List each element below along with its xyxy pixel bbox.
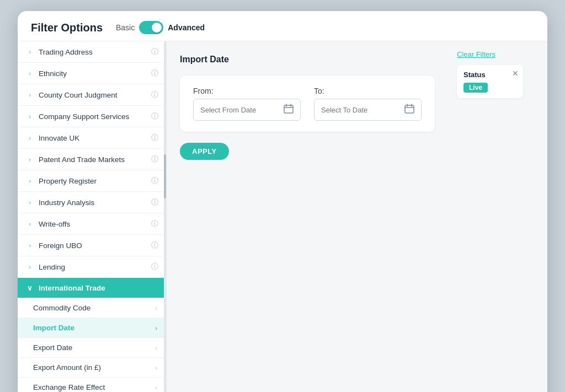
chevron-right-icon: ›	[25, 176, 34, 185]
from-date-input-wrapper[interactable]	[193, 99, 301, 121]
sidebar-item-ethnicity[interactable]: › Ethnicity ⓘ	[18, 63, 166, 84]
sub-item-exchange-rate[interactable]: Exchange Rate Effect ›	[18, 378, 166, 392]
toggle-basic-label: Basic	[116, 23, 135, 32]
from-date-field: From:	[193, 87, 301, 121]
info-icon: ⓘ	[151, 47, 158, 57]
chevron-right-icon: ›	[25, 69, 34, 78]
sub-item-label: Export Date	[33, 343, 72, 352]
scrollbar-track[interactable]	[164, 41, 166, 392]
chevron-right-icon: ›	[25, 133, 34, 142]
from-label: From:	[193, 87, 301, 95]
sub-item-export-date[interactable]: Export Date ›	[18, 338, 166, 358]
page-title: Filter Options	[31, 22, 103, 34]
sidebar-item-label: International Trade	[39, 284, 105, 292]
info-icon: ⓘ	[151, 197, 158, 207]
status-badge: Live	[463, 83, 488, 93]
chevron-right-icon: ›	[155, 364, 157, 371]
sidebar-item-foreign-ubo[interactable]: › Foreign UBO ⓘ	[18, 235, 166, 256]
chevron-right-icon: ›	[25, 112, 34, 121]
sidebar-item-innovate-uk[interactable]: › Innovate UK ⓘ	[18, 127, 166, 149]
info-icon: ⓘ	[151, 240, 158, 250]
close-tag-button[interactable]: ✕	[512, 69, 519, 77]
chevron-right-icon: ›	[25, 90, 34, 99]
to-date-input-wrapper[interactable]	[314, 99, 422, 121]
to-date-field: To:	[314, 87, 422, 121]
info-icon: ⓘ	[151, 154, 158, 164]
sidebar-item-company-support[interactable]: › Company Support Services ⓘ	[18, 106, 166, 127]
scrollbar-thumb[interactable]	[164, 154, 166, 198]
chevron-right-icon: ›	[155, 345, 157, 351]
sidebar: › Trading Address ⓘ › Ethnicity ⓘ › Coun…	[18, 41, 167, 392]
chevron-right-icon: ›	[25, 262, 34, 271]
date-row: From:	[193, 87, 422, 121]
svg-rect-0	[284, 105, 293, 113]
to-date-input[interactable]	[321, 106, 400, 114]
sub-item-commodity-code[interactable]: Commodity Code ›	[18, 298, 166, 318]
chevron-right-icon: ›	[25, 198, 34, 207]
header: Filter Options Basic Advanced	[18, 11, 547, 41]
sub-item-import-date[interactable]: Import Date ›	[18, 318, 166, 338]
chevron-right-icon: ›	[25, 155, 34, 164]
sidebar-item-label: Lending	[39, 263, 65, 271]
filter-tag-title: Status	[463, 71, 516, 79]
chevron-right-icon: ›	[25, 241, 34, 250]
chevron-down-icon: ∨	[25, 283, 34, 292]
sub-item-label: Export Amount (in £)	[33, 363, 101, 372]
sub-item-label: Commodity Code	[33, 304, 90, 312]
calendar-icon[interactable]	[404, 104, 414, 116]
toggle-group: Basic Advanced	[116, 21, 205, 34]
info-icon: ⓘ	[151, 133, 158, 143]
apply-button[interactable]: APPLY	[180, 143, 229, 160]
sidebar-item-trading-address[interactable]: › Trading Address ⓘ	[18, 41, 166, 63]
sub-item-label: Import Date	[33, 324, 74, 332]
info-icon: ⓘ	[151, 176, 158, 186]
calendar-icon[interactable]	[284, 104, 294, 116]
sidebar-item-label: Write-offs	[39, 220, 70, 228]
sidebar-item-write-offs[interactable]: › Write-offs ⓘ	[18, 213, 166, 235]
info-icon: ⓘ	[151, 90, 158, 100]
sub-item-label: Exchange Rate Effect	[33, 383, 105, 391]
sub-item-export-amount[interactable]: Export Amount (in £) ›	[18, 358, 166, 378]
info-icon: ⓘ	[151, 111, 158, 121]
sidebar-item-label: Ethnicity	[39, 69, 67, 78]
sidebar-item-industry-analysis[interactable]: › Industry Analysis ⓘ	[18, 192, 166, 213]
clear-filters-link[interactable]: Clear Filters	[457, 50, 539, 58]
main-content: › Trading Address ⓘ › Ethnicity ⓘ › Coun…	[18, 41, 547, 392]
sidebar-item-label: Industry Analysis	[39, 198, 94, 207]
center-panel: Import Date From:	[167, 41, 448, 392]
sidebar-item-label: Patent And Trade Markets	[39, 155, 125, 164]
from-date-input[interactable]	[200, 106, 279, 114]
filter-tag-card: Status ✕ Live	[457, 65, 523, 98]
toggle-advanced-label: Advanced	[168, 23, 205, 32]
basic-advanced-toggle[interactable]	[139, 21, 163, 34]
sidebar-item-patent-trade[interactable]: › Patent And Trade Markets ⓘ	[18, 149, 166, 170]
chevron-right-icon: ›	[25, 219, 34, 228]
sidebar-item-property-register[interactable]: › Property Register ⓘ	[18, 170, 166, 192]
chevron-right-icon: ›	[25, 47, 34, 56]
sidebar-item-label: Trading Address	[39, 48, 93, 56]
sidebar-item-label: County Court Judgment	[39, 91, 118, 99]
sidebar-item-international-trade[interactable]: ∨ International Trade	[18, 278, 166, 298]
sidebar-item-label: Company Support Services	[39, 112, 129, 121]
filter-options-window: Filter Options Basic Advanced › Trading …	[18, 11, 547, 392]
sidebar-item-lending[interactable]: › Lending ⓘ	[18, 256, 166, 278]
chevron-right-icon: ›	[155, 305, 157, 312]
to-label: To:	[314, 87, 422, 95]
svg-rect-4	[405, 105, 414, 113]
chevron-right-icon: ›	[155, 384, 157, 391]
sidebar-item-label: Property Register	[39, 177, 97, 185]
chevron-right-icon: ›	[155, 325, 157, 331]
sidebar-item-label: Innovate UK	[39, 134, 79, 142]
sidebar-item-county-court[interactable]: › County Court Judgment ⓘ	[18, 84, 166, 106]
date-range-card: From:	[180, 76, 435, 132]
info-icon: ⓘ	[151, 68, 158, 78]
info-icon: ⓘ	[151, 262, 158, 272]
right-panel: Clear Filters Status ✕ Live	[448, 41, 547, 392]
info-icon: ⓘ	[151, 219, 158, 229]
panel-title: Import Date	[180, 55, 435, 65]
sidebar-item-label: Foreign UBO	[39, 241, 82, 250]
